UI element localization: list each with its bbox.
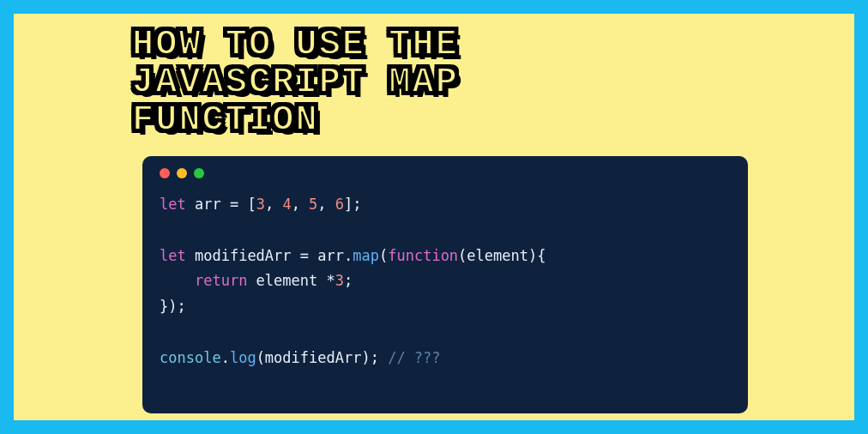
tok-punct: .	[344, 247, 353, 264]
tok-punct: =	[292, 247, 318, 264]
tok-ident: arr	[195, 196, 221, 213]
minimize-icon	[177, 168, 187, 178]
tok-punct: = [	[221, 196, 256, 213]
tok-number: 5	[309, 196, 317, 213]
window-traffic-lights	[160, 168, 731, 178]
code-block: let arr = [3, 4, 5, 6]; let modifiedArr …	[160, 192, 731, 371]
tok-method: map	[353, 247, 379, 264]
title-line-1: HOW TO USE THE	[132, 24, 459, 65]
tok-punct: (element){	[458, 247, 546, 264]
poster-canvas: HOW TO USE THE JAVASCRIPT MAP FUNCTION l…	[14, 14, 854, 420]
tok-indent	[160, 272, 195, 289]
tok-punct: ,	[317, 196, 335, 213]
tok-number: 3	[335, 272, 344, 289]
tok-let: let	[160, 247, 186, 264]
tok-let: let	[160, 196, 186, 213]
tok-number: 6	[335, 196, 344, 213]
tok-function: function	[388, 247, 458, 264]
title-line-3: FUNCTION	[132, 99, 319, 141]
close-icon	[160, 168, 170, 178]
tok-punct: });	[160, 298, 186, 315]
tok-ident: modifiedArr	[195, 247, 292, 264]
tok-number: 3	[256, 196, 265, 213]
tok-ident: arr	[317, 247, 344, 264]
tok-console: console	[160, 349, 221, 366]
maximize-icon	[194, 168, 204, 178]
tok-comment: // ???	[388, 349, 440, 366]
tok-punct: .	[221, 349, 230, 366]
tok-punct: ];	[344, 196, 361, 213]
code-window: let arr = [3, 4, 5, 6]; let modifiedArr …	[142, 156, 748, 413]
tok-expr: element *	[247, 272, 335, 289]
title-line-2: JAVASCRIPT MAP	[132, 62, 459, 103]
tok-punct: ,	[292, 196, 309, 213]
tok-punct: ,	[265, 196, 282, 213]
tok-method: log	[230, 349, 256, 366]
tok-punct: (	[379, 247, 388, 264]
tok-punct: ;	[344, 272, 353, 289]
tok-punct: (modifiedArr);	[256, 349, 389, 366]
tok-return: return	[195, 272, 247, 289]
tok-number: 4	[282, 196, 291, 213]
poster-title: HOW TO USE THE JAVASCRIPT MAP FUNCTION	[132, 26, 459, 139]
